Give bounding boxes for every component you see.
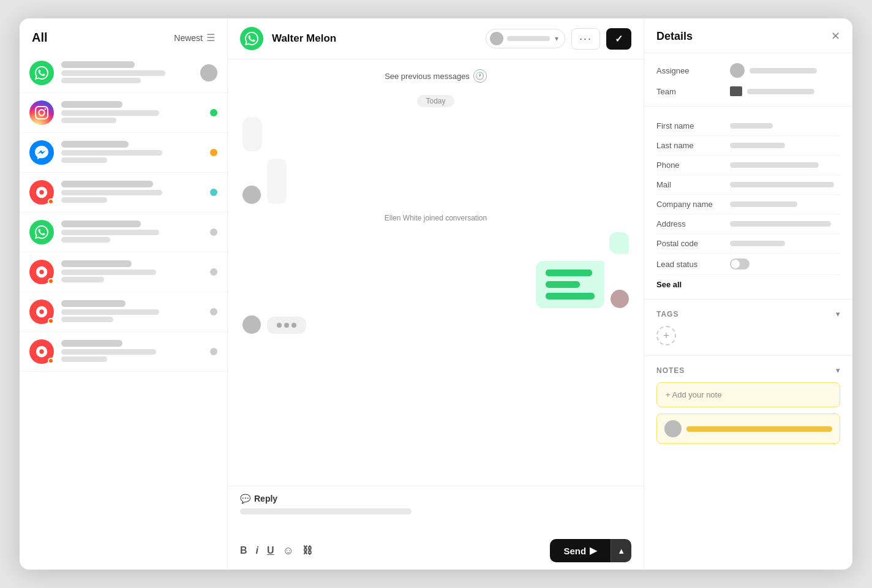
resolve-button[interactable]: ✓ bbox=[606, 28, 631, 50]
assignee-avatar bbox=[200, 64, 217, 81]
note-item bbox=[656, 413, 840, 444]
mail-row: Mail bbox=[656, 175, 840, 195]
lead-status-value[interactable] bbox=[730, 258, 840, 270]
close-details-button[interactable]: ✕ bbox=[831, 29, 840, 43]
outgoing-avatar bbox=[611, 290, 629, 308]
conv-content bbox=[61, 340, 203, 364]
tags-header: TAGS ▾ bbox=[656, 309, 840, 318]
postal-value[interactable] bbox=[730, 241, 840, 246]
conv-name bbox=[61, 340, 122, 347]
team-row: Team bbox=[656, 86, 840, 96]
tags-chevron-icon[interactable]: ▾ bbox=[836, 309, 840, 318]
assignee-row: Assignee bbox=[656, 63, 840, 78]
typing-dot bbox=[277, 323, 282, 328]
message-list: See previous messages 🕐 Today Ellen Whit… bbox=[228, 59, 644, 486]
team-value[interactable] bbox=[730, 86, 840, 96]
list-item[interactable] bbox=[20, 133, 227, 173]
outgoing-bubble bbox=[609, 232, 629, 254]
conv-name bbox=[61, 260, 132, 267]
conv-name bbox=[61, 300, 126, 307]
filter-label: Newest bbox=[174, 33, 203, 43]
platform-icon-chatwoot bbox=[29, 180, 54, 205]
italic-button[interactable]: i bbox=[256, 545, 258, 556]
address-value[interactable] bbox=[730, 221, 840, 227]
message-bubble-incoming bbox=[242, 117, 262, 151]
company-value[interactable] bbox=[730, 202, 840, 207]
details-header: Details ✕ bbox=[644, 18, 852, 53]
notes-section: NOTES ▾ + Add your note bbox=[644, 356, 852, 570]
system-message: Ellen White joined conversation bbox=[385, 214, 487, 222]
sidebar-title: All bbox=[32, 31, 48, 45]
add-note-input[interactable]: + Add your note bbox=[656, 382, 840, 407]
list-item[interactable] bbox=[20, 292, 227, 332]
underline-button[interactable]: U bbox=[267, 545, 274, 556]
conv-preview bbox=[61, 190, 162, 195]
conversation-list bbox=[20, 51, 227, 570]
message-bubble-outgoing-main bbox=[242, 261, 629, 308]
list-item[interactable] bbox=[20, 93, 227, 133]
lead-status-toggle[interactable] bbox=[730, 258, 750, 270]
notes-chevron-icon[interactable]: ▾ bbox=[836, 366, 840, 375]
see-all-link[interactable]: See all bbox=[656, 275, 840, 289]
conv-content bbox=[61, 61, 193, 85]
status-dot bbox=[210, 109, 217, 116]
list-item[interactable] bbox=[20, 213, 227, 252]
last-name-value[interactable] bbox=[730, 143, 840, 148]
link-button[interactable]: ⛓ bbox=[303, 545, 312, 556]
agent-message-bubble bbox=[267, 159, 287, 204]
sidebar-filter[interactable]: Newest ☰ bbox=[174, 32, 215, 43]
svg-point-3 bbox=[39, 270, 43, 274]
conv-name bbox=[61, 181, 153, 187]
note-content-bar bbox=[686, 426, 832, 432]
reply-input-area[interactable] bbox=[240, 508, 631, 539]
add-tag-button[interactable]: + bbox=[656, 326, 676, 345]
phone-value[interactable] bbox=[730, 162, 840, 168]
postal-row: Postal code bbox=[656, 234, 840, 254]
assignee-avatar-detail bbox=[730, 63, 745, 78]
conv-name bbox=[61, 101, 122, 108]
first-name-value[interactable] bbox=[730, 123, 840, 129]
conv-preview bbox=[61, 70, 165, 76]
list-item[interactable] bbox=[20, 332, 227, 372]
list-item[interactable] bbox=[20, 252, 227, 292]
list-item[interactable] bbox=[20, 53, 227, 93]
company-row: Company name bbox=[656, 195, 840, 214]
list-item[interactable] bbox=[20, 173, 227, 213]
status-dot bbox=[210, 308, 217, 315]
address-bar bbox=[730, 221, 831, 227]
conv-preview bbox=[61, 110, 159, 116]
conv-content bbox=[61, 300, 203, 324]
contact-name: Walter Melon bbox=[272, 32, 477, 45]
company-label: Company name bbox=[656, 200, 730, 209]
bold-button[interactable]: B bbox=[240, 545, 247, 556]
mail-label: Mail bbox=[656, 180, 730, 189]
conv-preview2 bbox=[61, 157, 107, 163]
conv-preview2 bbox=[61, 118, 116, 123]
prev-messages-link[interactable]: See previous messages 🕐 bbox=[242, 69, 629, 83]
conv-content bbox=[61, 221, 203, 244]
team-label: Team bbox=[656, 87, 724, 96]
folder-icon bbox=[730, 86, 742, 96]
conv-content bbox=[61, 260, 203, 284]
assignee-chip[interactable]: ▾ bbox=[486, 29, 565, 48]
conv-preview bbox=[61, 230, 159, 235]
chevron-down-icon: ▾ bbox=[555, 34, 558, 43]
assignee-value[interactable] bbox=[730, 63, 840, 78]
send-options-button[interactable]: ▲ bbox=[611, 539, 631, 562]
agent-avatar bbox=[242, 186, 261, 204]
status-dot bbox=[210, 348, 217, 355]
emoji-button[interactable]: ☺ bbox=[283, 545, 294, 557]
mail-value[interactable] bbox=[730, 182, 840, 187]
conv-preview bbox=[61, 150, 162, 156]
conv-preview2 bbox=[61, 78, 141, 83]
first-name-label: First name bbox=[656, 121, 730, 130]
prev-messages-label: See previous messages bbox=[385, 72, 470, 81]
send-button[interactable]: Send ▶ bbox=[550, 539, 611, 562]
more-options-button[interactable]: ··· bbox=[571, 28, 600, 50]
conv-preview bbox=[61, 270, 156, 275]
contact-platform-icon bbox=[240, 27, 263, 50]
postal-label: Postal code bbox=[656, 239, 730, 248]
typing-indicator bbox=[242, 315, 629, 334]
filter-icon: ☰ bbox=[206, 32, 215, 43]
conv-preview2 bbox=[61, 356, 107, 362]
